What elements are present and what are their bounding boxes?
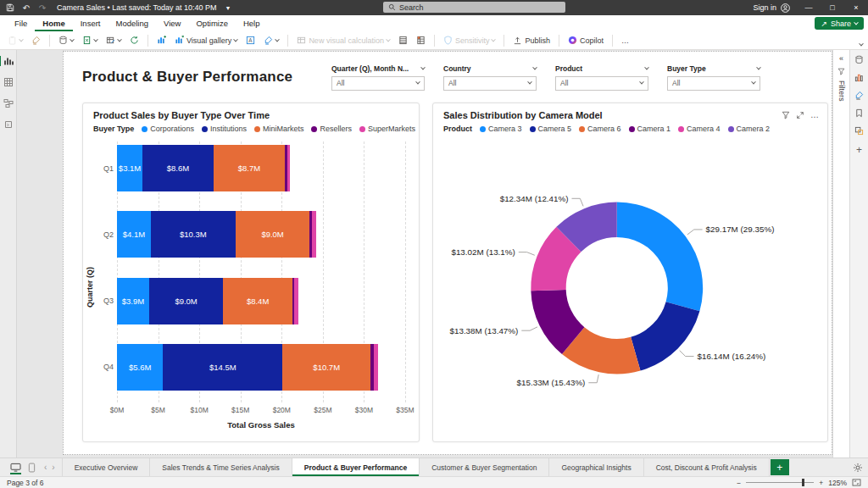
page-tab-cost-discount-profit-analysis[interactable]: Cost, Discount & Profit Analysis bbox=[644, 458, 770, 476]
legend-item-camera-5[interactable]: Camera 5 bbox=[530, 125, 572, 133]
bar-segment-corporations[interactable]: $4.1M bbox=[117, 211, 151, 258]
report-page[interactable]: Product & Buyer Performance Quarter (Q),… bbox=[63, 51, 832, 455]
quick-measure-button[interactable] bbox=[396, 34, 410, 47]
page-tab-geographical-insights[interactable]: Geographical Insights bbox=[549, 458, 643, 476]
zoom-slider[interactable] bbox=[746, 482, 814, 483]
excel-workbook-button[interactable] bbox=[80, 34, 100, 47]
next-page-icon[interactable]: › bbox=[52, 463, 54, 472]
dax-query-view-button[interactable] bbox=[3, 119, 14, 130]
bar-segment-supermarkets[interactable] bbox=[312, 211, 316, 258]
bar-segment-institutions[interactable]: $9.0M bbox=[149, 278, 223, 324]
menu-tab-view[interactable]: View bbox=[156, 16, 188, 31]
model-view-button[interactable] bbox=[3, 97, 14, 109]
new-visual-button[interactable] bbox=[154, 34, 169, 47]
more-commands-button[interactable]: … bbox=[619, 35, 632, 47]
sign-in-button[interactable]: Sign in bbox=[746, 3, 797, 13]
menu-tab-file[interactable]: File bbox=[7, 16, 35, 31]
more-visuals-button[interactable] bbox=[261, 34, 281, 47]
bar-segment-supermarkets[interactable] bbox=[294, 278, 298, 324]
document-title[interactable]: Camera Sales • Last saved: Today at 10:4… bbox=[57, 3, 217, 12]
menu-tab-help[interactable]: Help bbox=[236, 16, 268, 31]
close-button[interactable]: × bbox=[844, 0, 868, 15]
bar-segment-corporations[interactable]: $5.6M bbox=[117, 344, 163, 391]
more-options-icon[interactable]: … bbox=[810, 110, 819, 119]
slicer-header[interactable]: Product bbox=[555, 64, 648, 73]
data-pane-icon[interactable] bbox=[854, 55, 864, 64]
new-page-button[interactable]: + bbox=[771, 459, 789, 475]
zoom-out-icon[interactable]: − bbox=[737, 479, 741, 487]
donut-slice-camera-3[interactable] bbox=[617, 202, 703, 312]
transform-data-button[interactable] bbox=[103, 34, 124, 47]
refresh-button[interactable] bbox=[127, 34, 142, 47]
bar-segment-corporations[interactable]: $3.1M bbox=[117, 145, 142, 191]
legend-item-camera-3[interactable]: Camera 3 bbox=[480, 125, 522, 133]
bar-segment-minimarkets[interactable]: $9.0M bbox=[236, 211, 309, 258]
format-painter-button[interactable] bbox=[29, 34, 43, 47]
format-pane-icon[interactable] bbox=[854, 91, 864, 100]
previous-page-icon[interactable]: ‹ bbox=[44, 463, 47, 472]
maximize-button[interactable]: □ bbox=[821, 0, 844, 15]
legend-item-camera-2[interactable]: Camera 2 bbox=[728, 125, 771, 133]
bar-chart-visual[interactable]: Product Sales by Buyer Type Over Time Bu… bbox=[82, 103, 420, 442]
bar-segment-corporations[interactable]: $3.9M bbox=[117, 278, 149, 324]
fit-to-page-icon[interactable] bbox=[852, 479, 861, 486]
settings-gear-icon[interactable] bbox=[853, 463, 863, 473]
minimize-button[interactable]: — bbox=[797, 0, 821, 15]
undo-icon[interactable]: ↶ bbox=[21, 3, 31, 13]
legend-item-supermarkets[interactable]: SuperMarkets bbox=[359, 125, 415, 133]
legend-item-minimarkets[interactable]: MiniMarkets bbox=[254, 125, 304, 133]
title-dropdown-icon[interactable]: ▼ bbox=[225, 5, 231, 11]
legend-item-camera-4[interactable]: Camera 4 bbox=[678, 125, 721, 133]
text-box-button[interactable]: A bbox=[243, 34, 258, 47]
donut-slice-camera-5[interactable] bbox=[631, 302, 699, 370]
menu-tab-optimize[interactable]: Optimize bbox=[188, 16, 235, 31]
legend-item-camera-1[interactable]: Camera 1 bbox=[629, 125, 671, 133]
zoom-in-icon[interactable]: + bbox=[819, 479, 823, 487]
report-view-button[interactable] bbox=[3, 55, 14, 67]
search-input[interactable]: Search bbox=[383, 2, 565, 13]
selection-pane-icon[interactable] bbox=[854, 126, 864, 136]
share-button[interactable]: ↗ Share bbox=[815, 17, 864, 30]
slicer-header[interactable]: Quarter (Q), Month N... bbox=[331, 64, 425, 73]
filters-pane-collapsed[interactable]: « Filters bbox=[832, 50, 849, 458]
add-pane-icon[interactable]: + bbox=[856, 144, 862, 156]
slicer-dropdown[interactable]: All bbox=[331, 76, 425, 91]
slicer-header[interactable]: Country bbox=[443, 64, 537, 73]
copilot-button[interactable]: Copilot bbox=[565, 34, 606, 47]
get-data-button[interactable] bbox=[56, 34, 76, 47]
bar-segment-institutions[interactable]: $10.3M bbox=[151, 211, 236, 258]
focus-mode-icon[interactable] bbox=[796, 111, 804, 119]
table-view-button[interactable] bbox=[3, 76, 14, 88]
save-icon[interactable] bbox=[5, 3, 15, 13]
build-visual-pane-icon[interactable] bbox=[854, 73, 864, 82]
bar-segment-institutions[interactable]: $8.6M bbox=[142, 145, 214, 191]
bar-segment-supermarkets[interactable] bbox=[374, 344, 378, 391]
bar-segment-minimarkets[interactable]: $8.4M bbox=[223, 278, 292, 324]
bar-segment-minimarkets[interactable]: $10.7M bbox=[282, 344, 370, 391]
slicer-dropdown[interactable]: All bbox=[667, 76, 760, 91]
calculation-group-button[interactable] bbox=[414, 34, 428, 47]
publish-button[interactable]: Publish bbox=[510, 34, 553, 47]
page-tab-customer-buyer-segmentation[interactable]: Customer & Buyer Segmentation bbox=[420, 458, 549, 476]
zoom-slider-thumb[interactable] bbox=[802, 479, 804, 486]
mobile-layout-button[interactable] bbox=[28, 458, 36, 476]
bar-segment-institutions[interactable]: $14.5M bbox=[163, 344, 282, 391]
bookmarks-pane-icon[interactable] bbox=[854, 108, 864, 118]
legend-item-corporations[interactable]: Corporations bbox=[142, 125, 194, 133]
visual-gallery-button[interactable]: Visual gallery bbox=[172, 34, 240, 47]
bar-segment-supermarkets[interactable] bbox=[287, 145, 290, 191]
slicer-dropdown[interactable]: All bbox=[443, 76, 537, 91]
bar-segment-minimarkets[interactable]: $8.7M bbox=[214, 145, 286, 191]
page-tab-product-buyer-performance[interactable]: Product & Buyer Performance bbox=[292, 458, 420, 476]
slicer-dropdown[interactable]: All bbox=[555, 76, 648, 91]
menu-tab-modeling[interactable]: Modeling bbox=[108, 16, 156, 31]
legend-item-institutions[interactable]: Institutions bbox=[202, 125, 247, 133]
collapse-ribbon-icon[interactable] bbox=[859, 42, 864, 47]
slicer-header[interactable]: Buyer Type bbox=[667, 64, 760, 73]
menu-tab-insert[interactable]: Insert bbox=[73, 16, 108, 31]
legend-item-resellers[interactable]: Resellers bbox=[311, 125, 352, 133]
expand-pane-icon[interactable]: « bbox=[839, 54, 843, 63]
desktop-layout-button[interactable] bbox=[10, 458, 21, 476]
menu-tab-home[interactable]: Home bbox=[35, 16, 72, 31]
legend-item-camera-6[interactable]: Camera 6 bbox=[579, 125, 621, 133]
